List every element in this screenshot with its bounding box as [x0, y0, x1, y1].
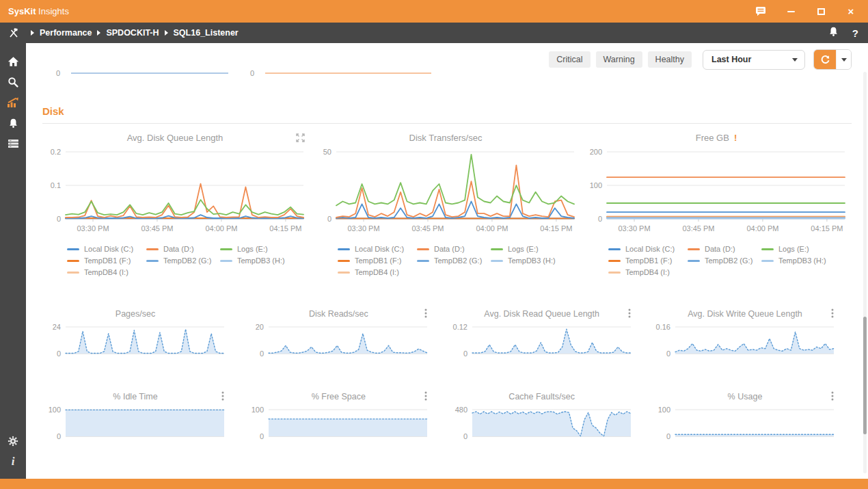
svg-text:0.1: 0.1: [51, 181, 61, 189]
chart-plot: 00.10.203:30 PM03:45 PM04:00 PM04:15 PM: [41, 145, 309, 239]
legend-label: TempDB3 (H:): [237, 256, 285, 265]
legend-item[interactable]: TempDB3 (H:): [220, 256, 309, 265]
legend-label: Local Disk (C:): [84, 245, 133, 253]
scrollbar-thumb[interactable]: [863, 317, 867, 434]
sidebar-item-performance[interactable]: [0, 92, 26, 113]
sidebar-item-about[interactable]: i: [0, 451, 26, 472]
legend-item[interactable]: Data (D:): [417, 245, 491, 253]
legend-item[interactable]: TempDB4 (I:): [67, 268, 146, 276]
legend-swatch: [338, 248, 350, 250]
sidebar-item-home[interactable]: [0, 51, 26, 72]
chart-disk-transfers-per-sec: Disk Transfers/sec 05003:30 PM03:45 PM04…: [312, 131, 580, 276]
syskit-logo-icon[interactable]: [8, 28, 18, 38]
legend-item[interactable]: Logs (E:): [761, 245, 850, 253]
legend-swatch: [608, 272, 621, 274]
svg-text:03:30 PM: 03:30 PM: [618, 224, 650, 233]
legend-item[interactable]: TempDB3 (H:): [491, 256, 580, 265]
filter-healthy-button[interactable]: Healthy: [648, 51, 692, 68]
performance-chart-icon: [7, 97, 19, 108]
kebab-menu-icon: [628, 308, 631, 318]
legend-item[interactable]: Logs (E:): [220, 245, 309, 253]
svg-text:0: 0: [598, 215, 602, 223]
chart-menu-button[interactable]: [831, 391, 834, 405]
legend-item[interactable]: Local Disk (C:): [338, 245, 417, 253]
legend-item[interactable]: Data (D:): [688, 245, 761, 253]
chart-plot: 0100: [42, 404, 228, 445]
legend-swatch: [491, 248, 503, 250]
legend-swatch: [338, 272, 350, 274]
svg-text:0.12: 0.12: [452, 323, 467, 331]
svg-text:04:00 PM: 04:00 PM: [746, 224, 778, 233]
chart-menu-button[interactable]: [424, 391, 427, 405]
chart-usage: % Usage 0100: [652, 390, 838, 445]
chart-menu-button[interactable]: [221, 391, 224, 405]
legend-item[interactable]: TempDB2 (G:): [688, 256, 761, 265]
time-range-select[interactable]: Last Hour: [703, 50, 805, 70]
filter-warning-button[interactable]: Warning: [596, 51, 642, 68]
chart-plot: 010020003:30 PM03:45 PM04:00 PM04:15 PM: [582, 145, 850, 239]
legend-label: TempDB2 (G:): [705, 256, 752, 265]
legend-swatch: [67, 248, 79, 250]
chart-avg-disk-queue-length: Avg. Disk Queue Length: [41, 131, 309, 276]
refresh-options-button[interactable]: [836, 50, 851, 69]
small-charts-row-1: Pages/sec 024 Disk Reads/sec 020 Avg. Di…: [42, 307, 838, 362]
chart-title: % Usage: [728, 392, 763, 401]
breadcrumb-item-listener[interactable]: SQL16_Listener: [174, 28, 239, 38]
legend-item[interactable]: Logs (E:): [491, 245, 580, 253]
maximize-button[interactable]: [815, 5, 827, 18]
sidebar-item-search[interactable]: [0, 72, 26, 92]
refresh-button[interactable]: [814, 50, 836, 69]
sidebar: i: [0, 43, 26, 479]
legend-item[interactable]: TempDB1 (F:): [67, 256, 146, 265]
legend-item[interactable]: Data (D:): [146, 245, 220, 253]
feedback-button[interactable]: [755, 5, 767, 18]
chart-menu-button[interactable]: [628, 308, 631, 322]
chart-plot: 024: [42, 321, 228, 362]
chart-avg-disk-write-queue-length: Avg. Disk Write Queue Length 00.16: [652, 307, 838, 362]
close-button[interactable]: ×: [845, 5, 857, 18]
chart-avg-disk-read-queue-length: Avg. Disk Read Queue Length 00.12: [449, 307, 635, 362]
legend-label: Logs (E:): [237, 245, 268, 253]
app-brand: SysKit Insights: [8, 6, 69, 16]
svg-text:0: 0: [666, 349, 670, 358]
legend-item[interactable]: TempDB1 (F:): [338, 256, 417, 265]
partial-y-label: 0: [250, 69, 254, 77]
main-content: Critical Warning Healthy Last Hour: [26, 43, 868, 479]
minimize-button[interactable]: [785, 5, 797, 18]
big-charts-row: Avg. Disk Queue Length: [41, 131, 850, 276]
notifications-bell-button[interactable]: [828, 26, 839, 40]
section-title-disk: Disk: [42, 105, 64, 117]
breadcrumb-item-server[interactable]: SPDOCKIT-H: [106, 28, 159, 38]
legend-item[interactable]: Local Disk (C:): [608, 245, 688, 253]
chart-menu-button[interactable]: [831, 308, 834, 322]
partial-y-label: 0: [56, 69, 60, 77]
legend-item[interactable]: TempDB2 (G:): [146, 256, 220, 265]
legend-item[interactable]: TempDB3 (H:): [761, 256, 850, 265]
legend-item[interactable]: TempDB4 (I:): [338, 268, 417, 276]
chart-plot: 00.16: [652, 321, 838, 362]
legend-item[interactable]: TempDB4 (I:): [608, 268, 688, 276]
expand-button[interactable]: [296, 133, 305, 146]
chart-title: Disk Transfers/sec: [409, 133, 483, 143]
sidebar-item-logs[interactable]: [0, 133, 26, 154]
sidebar-item-alerts[interactable]: [0, 113, 26, 133]
legend-label: Data (D:): [705, 245, 735, 253]
alerts-bell-icon: [8, 118, 18, 129]
refresh-icon: [820, 55, 830, 65]
filter-critical-button[interactable]: Critical: [549, 51, 590, 68]
svg-text:0: 0: [463, 432, 467, 440]
legend-item[interactable]: Local Disk (C:): [67, 245, 146, 253]
breadcrumb-item-performance[interactable]: Performance: [40, 28, 92, 38]
chart-menu-button[interactable]: [424, 308, 427, 322]
bell-icon: [828, 26, 839, 37]
svg-text:0: 0: [666, 432, 670, 440]
legend-label: Data (D:): [434, 245, 465, 253]
help-button[interactable]: ?: [852, 27, 858, 39]
close-icon: ×: [848, 6, 854, 16]
chart-pages-per-sec: Pages/sec 024: [42, 307, 228, 362]
logs-list-icon: [8, 139, 19, 148]
legend-item[interactable]: TempDB2 (G:): [417, 256, 491, 265]
legend-item[interactable]: TempDB1 (F:): [608, 256, 688, 265]
sidebar-item-settings[interactable]: [0, 431, 26, 451]
expand-icon: [296, 133, 305, 142]
